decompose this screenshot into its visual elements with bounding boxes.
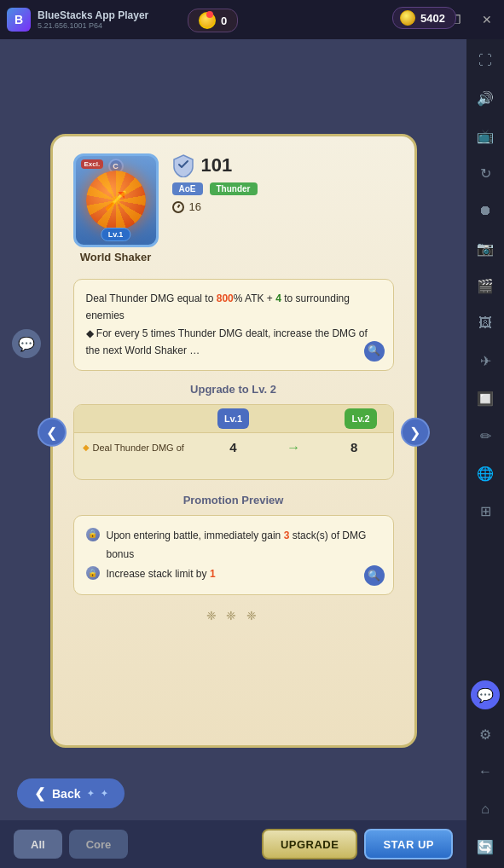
skill-level-number: 101: [201, 154, 233, 176]
portrait-inner: [86, 171, 146, 230]
skill-level-row: 101: [172, 153, 394, 177]
tab-all-button[interactable]: All: [14, 830, 62, 859]
promo-row-1: 🔒 Upon entering battle, immediately gain…: [86, 526, 381, 565]
sidebar-volume-icon[interactable]: 🔊: [472, 85, 498, 111]
upgrade-table-row: ◆ Deal Thunder DMG of 4 → 8: [74, 433, 393, 462]
desc-highlight-800: 800: [217, 292, 234, 304]
sidebar-fullscreen-icon[interactable]: ⛶: [472, 48, 498, 73]
lv2-badge: Lv.2: [345, 408, 376, 429]
sidebar-record-icon[interactable]: ⏺: [472, 198, 498, 223]
upgrade-section-title: Upgrade to Lv. 2: [73, 383, 394, 396]
promo-icon-1: 🔒: [86, 528, 100, 541]
promotion-box: 🔒 Upon entering battle, immediately gain…: [73, 515, 394, 595]
upgrade-arrow-icon: →: [264, 440, 324, 455]
tag-thunder: Thunder: [210, 182, 258, 195]
close-button[interactable]: ✕: [477, 11, 497, 28]
cooldown-value: 16: [189, 200, 201, 213]
sidebar-video-icon[interactable]: 🎬: [472, 273, 498, 298]
promotion-section-title: Promotion Preview: [73, 494, 394, 506]
cooldown-row: 16: [172, 200, 394, 213]
sidebar-tv-icon[interactable]: 📺: [472, 123, 498, 148]
shield-icon: [172, 153, 194, 177]
coin-count: 0: [221, 14, 227, 27]
upgrade-row-label: ◆ Deal Thunder DMG of: [83, 443, 204, 453]
upgrade-empty-row: [74, 462, 393, 479]
coin-balance-area: 0: [188, 9, 238, 32]
promo-icon-2: 🔒: [86, 566, 100, 580]
sidebar-crop-icon[interactable]: 🔲: [472, 385, 498, 411]
app-title-group: BlueStacks App Player 5.21.656.1001 P64: [38, 9, 148, 30]
tag-aoe: AoE: [172, 182, 203, 195]
gold-balance-area: 5402: [392, 7, 456, 29]
character-name: World Shaker: [80, 251, 152, 263]
upgrade-table-header: Lv.1 Lv.2: [74, 405, 393, 433]
upgrade-val-from: 4: [203, 440, 264, 454]
sidebar-back-icon[interactable]: ←: [472, 759, 498, 784]
bottom-bar: All Core UPGRADE STAR UP: [0, 820, 466, 868]
sidebar-home-icon[interactable]: ⌂: [472, 796, 498, 822]
tab-core-button[interactable]: Core: [69, 830, 129, 859]
gold-coin-icon: [400, 10, 415, 26]
promotion-magnify-button[interactable]: 🔍: [364, 565, 385, 586]
sidebar-layers-icon[interactable]: ⊞: [472, 498, 498, 524]
back-button-label: Back: [52, 787, 80, 801]
diamond-icon: ◆: [83, 443, 90, 452]
desc-text2: % ATK +: [234, 292, 275, 304]
portrait-excl-badge: Excl.: [81, 159, 104, 169]
clock-hand: [177, 204, 179, 207]
sidebar-settings-icon[interactable]: ⚙: [472, 721, 498, 747]
upgrade-val-to: 8: [324, 440, 385, 454]
discord-button[interactable]: 💬: [471, 680, 500, 709]
skill-tags-row: AoE Thunder: [172, 182, 394, 195]
nav-left-button[interactable]: ❮: [38, 418, 67, 447]
back-sparkle-left: ✦: [87, 789, 94, 798]
upgrade-button[interactable]: UPGRADE: [262, 829, 358, 859]
sidebar-plane-icon[interactable]: ✈: [472, 348, 498, 373]
sidebar-globe-icon[interactable]: 🌐: [472, 460, 498, 486]
promo-highlight-1: 1: [210, 568, 216, 580]
portrait-frame: C Excl. Lv.1: [73, 153, 159, 247]
sidebar-image-icon[interactable]: 🖼: [472, 310, 498, 336]
desc-highlight-4: 4: [275, 292, 281, 304]
skill-card: ❮ ❯ C Excl.: [50, 134, 417, 748]
gold-amount: 5402: [420, 12, 445, 25]
chat-bubble-button[interactable]: 💬: [12, 329, 41, 358]
desc-text4: ◆ For every 5 times Thunder DMG dealt, i…: [86, 327, 368, 356]
sidebar-edit-icon[interactable]: ✏: [472, 423, 498, 448]
portrait-spark: [86, 171, 146, 230]
upgrade-table: Lv.1 Lv.2 ◆ Deal Thunder DMG of 4 → 8: [73, 404, 394, 480]
skill-info: 101 AoE Thunder 16: [172, 153, 394, 213]
app-title: BlueStacks App Player: [38, 9, 148, 21]
portrait-level-badge: Lv.1: [101, 228, 130, 241]
back-arrow-icon: ❮: [34, 785, 45, 801]
app-logo: B: [7, 8, 31, 32]
sidebar-rotate-icon[interactable]: ↻: [472, 160, 498, 186]
card-flourish: ❈ ❈ ❈: [73, 609, 394, 622]
skill-description-box: Deal Thunder DMG equal to 800% ATK + 4 t…: [73, 279, 394, 371]
character-portrait-wrap: C Excl. Lv.1 World Shaker: [73, 153, 159, 263]
description-magnify-button[interactable]: 🔍: [364, 341, 385, 362]
lv1-badge: Lv.1: [217, 408, 249, 429]
star-up-button[interactable]: STAR UP: [364, 829, 453, 859]
app-version: 5.21.656.1001 P64: [38, 21, 148, 30]
promo-text-2: Increase stack limit by 1: [107, 564, 216, 584]
clock-icon: [172, 201, 184, 213]
right-sidebar: ⛶ 🔊 📺 ↻ ⏺ 📷 🎬 🖼 ✈ 🔲 ✏ 🌐 ⊞ 💬 ⚙ ← ⌂ 🔄: [466, 39, 504, 868]
card-header: C Excl. Lv.1 World Shaker: [73, 153, 394, 263]
main-content: 💬 ❮ ❯ C Excl.: [0, 39, 466, 868]
promo-text-1: Upon entering battle, immediately gain 3…: [107, 526, 381, 565]
back-sparkle-right: ✦: [101, 789, 107, 798]
desc-text1: Deal Thunder DMG equal to: [86, 292, 217, 304]
promo-row-2: 🔒 Increase stack limit by 1: [86, 564, 381, 584]
back-button[interactable]: ❮ Back ✦ ✦: [17, 778, 125, 808]
nav-right-button[interactable]: ❯: [401, 418, 430, 447]
sidebar-window-icon[interactable]: 🔄: [472, 834, 498, 859]
sidebar-camera-icon[interactable]: 📷: [472, 235, 498, 261]
